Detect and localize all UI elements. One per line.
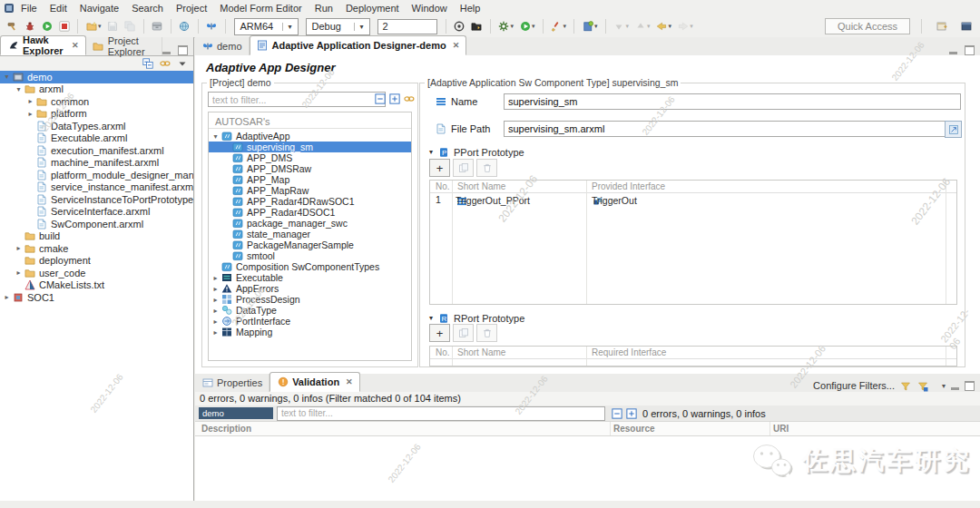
tree-item-app-radar4dsoc1[interactable]: APP_Radar4DSOC1 [209, 207, 411, 218]
tab-properties[interactable]: Properties [195, 374, 270, 392]
close-icon[interactable]: ✕ [346, 377, 353, 386]
tree-item-mapping[interactable]: ▸Mapping [209, 327, 411, 337]
col-uri[interactable]: URI [773, 424, 789, 434]
tree-item-datatypes-arxml[interactable]: DataTypes.arxml [0, 120, 193, 132]
tree-item-package-manager-swc[interactable]: package_manager_swc [209, 218, 411, 229]
tab-validation[interactable]: Validation✕ [270, 372, 360, 392]
tree-item-executable[interactable]: ▸Executable [209, 272, 411, 283]
col-required-interface[interactable]: Required Interface [592, 347, 666, 357]
menu-window[interactable]: Window [406, 2, 454, 15]
tree-item-supervising-sm[interactable]: supervising_sm [209, 142, 411, 152]
tree-item-portinterface[interactable]: ▸PortInterface [209, 316, 411, 327]
tree-item-deployment[interactable]: deployment [0, 255, 193, 268]
tree-item-machine-manifest-arxml[interactable]: machine_manifest.arxml [0, 157, 193, 170]
quick-access-button[interactable]: Quick Access [825, 18, 910, 34]
tree-expander-icon[interactable]: ▸ [25, 110, 35, 118]
minimize-icon[interactable] [951, 382, 959, 390]
external-tools-button[interactable]: ▾ [548, 19, 570, 34]
expand-sm-button[interactable] [388, 93, 400, 105]
collapse-sm-button[interactable] [611, 407, 622, 420]
pport-delete-button[interactable] [476, 159, 497, 177]
menu-deployment[interactable]: Deployment [339, 2, 406, 15]
tree-expander-icon[interactable]: ▸ [211, 285, 220, 293]
toolbar-count-field[interactable]: 2 [377, 19, 437, 34]
tree-item-composition-swcomponenttypes[interactable]: Composition SwComponentTypes [209, 261, 411, 272]
tree-item-platform[interactable]: ▸platform [0, 108, 193, 121]
dropdown-arrow-icon[interactable]: ▾ [626, 23, 630, 30]
sync-button[interactable] [176, 19, 193, 34]
pport-add-button[interactable]: + [429, 159, 450, 177]
tree-expander-icon[interactable]: ▸ [211, 328, 220, 337]
dropdown-arrow-icon[interactable]: ▾ [690, 23, 693, 30]
tree-expander-icon[interactable]: ▸ [14, 269, 24, 277]
tree-item-serviceinstancetoportprototypemapping-arxml[interactable]: ServiceInstanceToPortPrototypeMapping.ar… [0, 193, 193, 206]
tree-item-app-mapraw[interactable]: APP_MapRaw [209, 185, 411, 196]
minimize-icon[interactable] [949, 46, 957, 54]
tree-expander-icon[interactable]: ▾ [211, 132, 220, 141]
tree-item-app-dmsraw[interactable]: APP_DMSRaw [209, 163, 411, 174]
new-wizard-button[interactable]: ▾ [83, 19, 104, 34]
tree-expander-icon[interactable]: ▸ [211, 307, 220, 315]
back-button[interactable]: ▾ [653, 19, 675, 34]
tab-project-explorer[interactable]: Project Explorer [86, 37, 162, 55]
build-folder-button[interactable] [468, 19, 485, 34]
rport-delete-button[interactable] [476, 324, 497, 342]
rport-section-header[interactable]: ▾ R RPort Prototype [429, 312, 524, 324]
pport-section-header[interactable]: ▾ P PPort Prototype [429, 146, 524, 158]
tree-item-cmakelists-txt[interactable]: CMakeLists.txt [0, 279, 193, 292]
menu-run[interactable]: Run [309, 2, 339, 15]
pport-copy-button[interactable] [453, 159, 474, 177]
col-description[interactable]: Description [201, 424, 251, 434]
model-filter-input[interactable] [208, 92, 386, 107]
run-button[interactable]: ▾ [516, 19, 538, 34]
chevron-down-icon[interactable]: ▾ [282, 23, 298, 31]
link-with-editor-button[interactable] [159, 57, 171, 70]
tree-item-arxml[interactable]: ▾arxml [0, 83, 193, 96]
run-button[interactable] [38, 19, 55, 34]
filter-add-button[interactable] [900, 379, 912, 392]
tree-item-apperrors[interactable]: ▸AppErrors [209, 283, 411, 294]
menu-search[interactable]: Search [125, 2, 170, 15]
filter-edit-button[interactable] [917, 379, 929, 392]
tab-adaptive-application-designer-demo[interactable]: Adaptive Application Designer-demo✕ [250, 35, 467, 55]
tab-demo[interactable]: demo [195, 37, 250, 55]
minimize-icon[interactable] [162, 46, 171, 54]
open-perspective-button[interactable] [933, 19, 950, 34]
collapse-all-button[interactable] [142, 57, 153, 70]
tree-expander-icon[interactable]: ▸ [14, 244, 24, 252]
tree-item-smtool[interactable]: smtool [209, 250, 411, 261]
pport-table-row[interactable]: 1 TriggerOut_PPort TriggerOut [430, 193, 956, 206]
validation-filter-input[interactable] [277, 406, 605, 421]
dropdown-arrow-icon[interactable]: ▾ [564, 23, 567, 30]
target-button[interactable] [451, 19, 468, 34]
tree-item-platform-module-designer-manifest-arxml[interactable]: platform_module_designer_manifest.arxml [0, 169, 193, 181]
menu-model-form-editor[interactable]: Model Form Editor [213, 2, 308, 15]
debug-button[interactable] [21, 19, 38, 34]
tree-item-common[interactable]: ▸common [0, 95, 193, 108]
tree-item-demo[interactable]: ▾demo [0, 71, 193, 83]
tree-item-user-code[interactable]: ▸user_code [0, 267, 193, 279]
col-provided-interface[interactable]: Provided Interface [592, 181, 665, 191]
toolbar-combo-debug[interactable]: Debug▾ [306, 18, 370, 35]
rport-add-button[interactable]: + [429, 324, 450, 342]
expand-sm-button[interactable] [625, 407, 637, 420]
tree-item-executable-arxml[interactable]: Executable.arxml [0, 132, 193, 145]
maximize-icon[interactable] [965, 381, 975, 391]
tree-expander-icon[interactable]: ▸ [211, 296, 220, 304]
tree-item-swcomponent-arxml[interactable]: SwComponent.arxml [0, 218, 193, 230]
dropdown-arrow-icon[interactable]: ▾ [594, 23, 598, 30]
browse-file-button[interactable] [945, 121, 962, 138]
tree-item-cmake[interactable]: ▸cmake [0, 242, 193, 255]
tree-item-state-manager[interactable]: state_manager [209, 229, 411, 239]
tree-item-app-dms[interactable]: APP_DMS [209, 152, 411, 163]
link-with-editor-button[interactable] [403, 93, 415, 105]
tree-item-packagemanagersample[interactable]: PackageManagerSample [209, 239, 411, 250]
coverage-button[interactable]: ▾ [579, 19, 601, 34]
dropdown-arrow-icon[interactable]: ▾ [532, 23, 535, 30]
close-icon[interactable]: ✕ [453, 41, 460, 50]
menu-help[interactable]: Help [454, 2, 487, 15]
collapse-sm-button[interactable] [374, 93, 386, 105]
tree-item-datatype[interactable]: ▸DataType [209, 305, 411, 316]
build-hammer-button[interactable] [4, 19, 21, 34]
tree-item-soc1[interactable]: ▸SOC1 [0, 291, 193, 304]
